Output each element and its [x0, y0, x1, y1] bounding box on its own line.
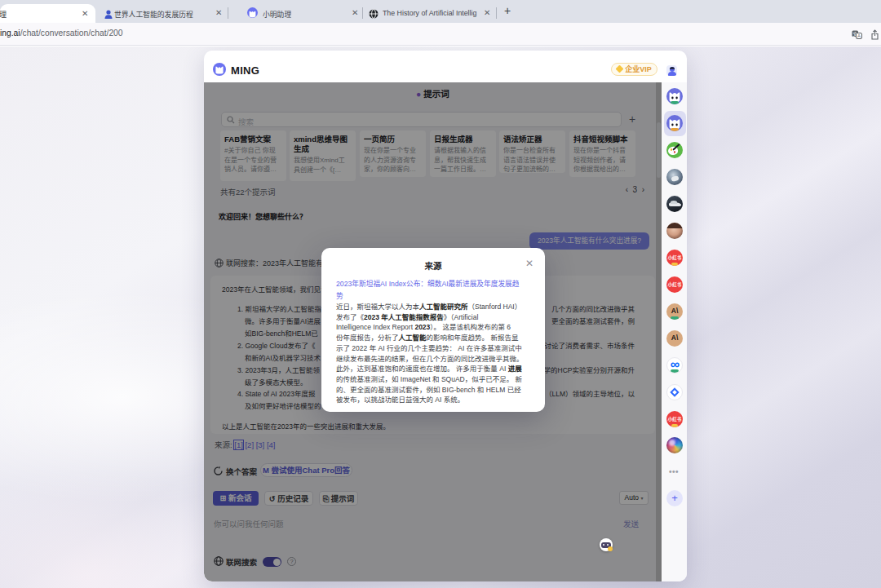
svg-text:A: A [857, 33, 861, 38]
